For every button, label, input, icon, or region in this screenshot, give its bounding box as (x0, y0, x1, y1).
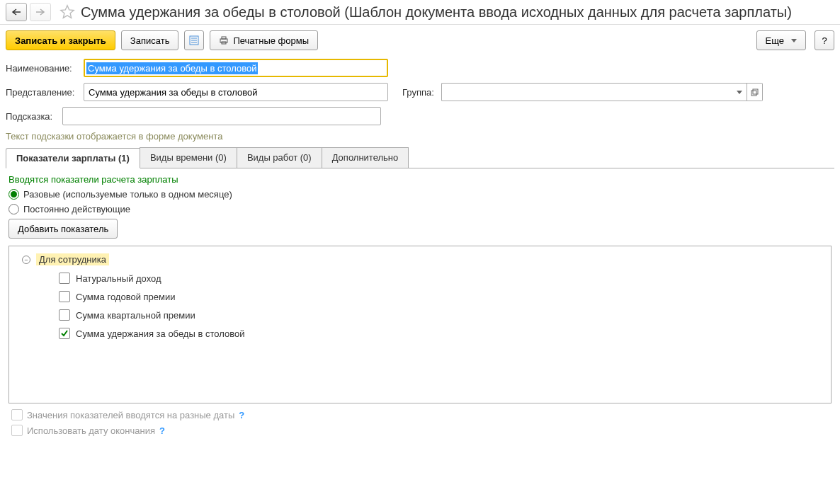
name-input[interactable]: Сумма удержания за обеды в столовой (84, 59, 388, 77)
open-icon (751, 88, 759, 96)
representation-input[interactable] (84, 83, 388, 101)
favorite-star-icon[interactable] (59, 4, 75, 20)
group-dropdown-button[interactable] (732, 83, 747, 101)
radio-permanent-label: Постоянно действующие (23, 204, 130, 214)
tab-time-types[interactable]: Виды времени (0) (140, 147, 237, 168)
checkbox-meal-deduction[interactable] (59, 328, 70, 339)
tree-item: Сумма удержания за обеды в столовой (59, 328, 824, 339)
tab-salary-indicators[interactable]: Показатели зарплаты (1) (6, 148, 140, 168)
representation-label: Представление: (6, 87, 84, 98)
checkbox-annual-bonus[interactable] (59, 291, 70, 302)
more-label: Еще (766, 35, 784, 46)
checkbox-different-dates[interactable] (11, 409, 23, 420)
checkbox-end-date[interactable] (11, 425, 23, 436)
svg-rect-7 (751, 91, 756, 96)
tree-item: Сумма квартальной премии (59, 309, 824, 321)
svg-rect-8 (753, 89, 758, 94)
save-and-close-button[interactable]: Записать и закрыть (6, 30, 115, 50)
help-link-end-date[interactable]: ? (159, 425, 165, 436)
hint-input[interactable] (62, 107, 381, 125)
add-indicator-button[interactable]: Добавить показатель (8, 219, 118, 239)
checkmark-icon (60, 329, 69, 338)
chevron-down-icon (791, 39, 797, 42)
group-open-button[interactable] (747, 83, 763, 101)
tree-item-label: Сумма годовой премии (76, 292, 176, 302)
checkbox-natural-income[interactable] (59, 273, 70, 284)
radio-permanent[interactable] (8, 204, 19, 214)
nav-forward-button[interactable] (30, 3, 51, 21)
tree-item-label: Натуральный доход (76, 273, 161, 284)
print-forms-label: Печатные формы (233, 35, 309, 46)
hint-description: Текст подсказки отображается в форме док… (6, 131, 834, 142)
help-button[interactable]: ? (815, 30, 834, 50)
tree-item-label: Сумма удержания за обеды в столовой (76, 328, 244, 339)
group-label: Группа: (402, 87, 441, 98)
list-view-button[interactable] (184, 30, 204, 50)
header: Сумма удержания за обеды в столовой (Шаб… (0, 0, 840, 25)
name-input-value: Сумма удержания за обеды в столовой (86, 62, 258, 74)
toolbar: Записать и закрыть Записать Печатные фор… (0, 25, 840, 56)
hint-label: Подсказка: (6, 111, 62, 122)
form-area: Наименование: Сумма удержания за обеды в… (0, 56, 840, 446)
arrow-left-icon (11, 8, 21, 16)
radio-one-time[interactable] (8, 189, 19, 200)
group-input[interactable] (441, 83, 732, 101)
section-title: Вводятся показатели расчета зарплаты (8, 174, 832, 185)
nav-back-button[interactable] (6, 3, 27, 21)
tree-item-label: Сумма квартальной премии (76, 310, 195, 321)
collapse-toggle[interactable]: − (22, 256, 30, 264)
list-icon (189, 35, 199, 45)
svg-rect-5 (222, 37, 226, 39)
help-link-dates[interactable]: ? (239, 410, 244, 420)
radio-one-time-label: Разовые (используемые только в одном мес… (23, 189, 232, 200)
name-label: Наименование: (6, 63, 84, 74)
save-button[interactable]: Записать (121, 30, 179, 50)
tab-content: Вводятся показатели расчета зарплаты Раз… (6, 174, 834, 436)
tree-item: Натуральный доход (59, 273, 824, 284)
tree-item: Сумма годовой премии (59, 291, 824, 302)
print-forms-button[interactable]: Печатные формы (210, 30, 318, 50)
checkbox-quarterly-bonus[interactable] (59, 309, 70, 321)
page-title: Сумма удержания за обеды в столовой (Шаб… (81, 4, 792, 21)
indicators-tree: − Для сотрудника Натуральный доход Сумма… (8, 246, 832, 403)
printer-icon (219, 35, 229, 45)
different-dates-label: Значения показателей вводятся на разные … (27, 410, 234, 420)
tabs: Показатели зарплаты (1) Виды времени (0)… (6, 147, 834, 168)
tab-work-types[interactable]: Виды работ (0) (237, 147, 322, 168)
tree-group-label: Для сотрудника (36, 253, 109, 265)
chevron-down-icon (737, 91, 742, 94)
arrow-right-icon (35, 8, 45, 16)
end-date-label: Использовать дату окончания (27, 425, 155, 436)
more-button[interactable]: Еще (756, 30, 806, 50)
tab-additional[interactable]: Дополнительно (322, 147, 409, 168)
